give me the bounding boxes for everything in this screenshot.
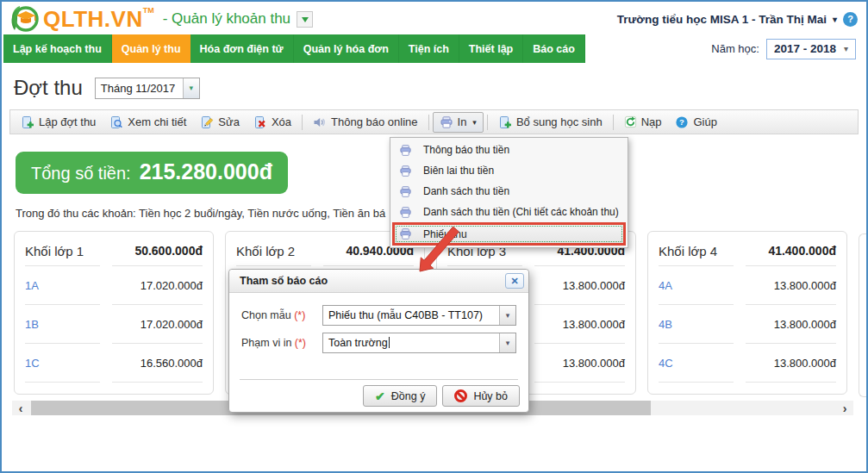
add-document-icon (498, 115, 512, 129)
tab-quan-ly-hoa-don[interactable]: Quản lý hóa đơn (294, 34, 399, 63)
class-link[interactable]: 4A (659, 265, 734, 304)
grade-name: Khối lớp 4 (659, 244, 717, 258)
close-icon[interactable]: ✕ (505, 273, 524, 289)
dialog-title: Tham số báo cáo (240, 275, 328, 287)
menu-item-thong-bao-thu-tien[interactable]: Thông báo thu tiền (392, 140, 626, 160)
chevron-down-icon: ▾ (844, 44, 848, 53)
tab-quan-ly-thu[interactable]: Quản lý thu (112, 34, 190, 63)
edit-button[interactable]: Sửa (193, 112, 247, 133)
toolbar-separator (487, 115, 488, 130)
toolbar-separator (613, 115, 614, 130)
scope-field-row: Phạm vi in (*) Toàn trường ▾ (241, 333, 516, 353)
scope-field-label: Phạm vi in (*) (241, 337, 322, 349)
module-switch-dropdown[interactable] (297, 11, 313, 28)
dialog-body: Chọn mẫu (*) Phiếu thu (mẫu C40BB - TT10… (229, 293, 528, 353)
reload-label: Nạp (641, 115, 662, 128)
grade-name: Khối lớp 1 (25, 244, 84, 258)
menu-item-phieu-thu[interactable]: Phiếu thu (392, 222, 626, 246)
menu-item-label: Danh sách thu tiền (423, 185, 509, 197)
check-icon: ✔ (375, 389, 385, 403)
top-header: QLTH.VNTM - Quản lý khoản thu Trường tiể… (2, 2, 866, 34)
cancel-button[interactable]: Hủy bỏ (442, 385, 520, 407)
menu-item-bien-lai-thu-tien[interactable]: Biên lai thu tiền (392, 160, 626, 181)
class-row: 4A 13.800.000đ (659, 265, 836, 304)
tab-hoa-don-dien-tu[interactable]: Hóa đơn điện tử (190, 34, 294, 63)
grade-name: Khối lớp 2 (236, 244, 295, 258)
view-detail-label: Xem chi tiết (128, 115, 186, 128)
chevron-down-icon (302, 17, 309, 26)
required-mark: (*) (294, 309, 305, 321)
menu-item-danh-sach-thu-tien[interactable]: Danh sách thu tiền (392, 181, 626, 202)
qlth-logo-icon (9, 3, 40, 34)
class-amount: 17.020.000đ (112, 304, 203, 343)
grade-total: 41.400.000đ (768, 244, 836, 258)
logo-text: QLTH.VN (43, 6, 143, 33)
period-select[interactable]: Tháng 11/2017 ▾ (95, 78, 200, 99)
label-text: Chọn mẫu (241, 309, 291, 321)
speaker-icon (313, 115, 327, 129)
add-document-icon (21, 115, 34, 129)
card-header: Khối lớp 4 41.400.000đ (659, 232, 836, 265)
class-amount: 13.800.000đ (534, 304, 625, 343)
print-dropdown-menu: Thông báo thu tiền Biên lai thu tiền Dan… (390, 137, 628, 248)
cancel-label: Hủy bỏ (473, 390, 508, 402)
print-scope-value[interactable]: Toàn trường (323, 337, 499, 349)
total-amount-banner: Tổng số tiền: 215.280.000đ (16, 152, 288, 194)
chevron-down-icon: ▾ (472, 118, 477, 127)
page-title: Đợt thu (14, 76, 83, 100)
class-link[interactable]: 4B (659, 304, 734, 343)
menu-item-label: Danh sách thu tiền (Chi tiết các khoản t… (423, 206, 619, 218)
class-link[interactable]: 4C (659, 343, 734, 382)
class-amount: 13.800.000đ (746, 343, 836, 382)
scroll-right-icon[interactable]: › (836, 401, 853, 415)
report-params-dialog: Tham số báo cáo ✕ Chọn mẫu (*) Phiếu thu… (228, 269, 529, 413)
tab-tien-ich[interactable]: Tiện ích (399, 34, 459, 63)
chevron-down-icon[interactable]: ▾ (183, 78, 199, 98)
print-button[interactable]: In ▾ (433, 112, 484, 133)
app-window: QLTH.VNTM - Quản lý khoản thu Trường tiể… (0, 0, 868, 473)
tab-bao-cao[interactable]: Báo cáo (523, 34, 585, 63)
delete-button[interactable]: Xóa (247, 112, 298, 133)
card-footer (25, 382, 203, 395)
help-icon[interactable]: ? (843, 12, 858, 27)
chevron-down-icon[interactable]: ▾ (499, 333, 515, 352)
tab-thiet-lap[interactable]: Thiết lập (459, 34, 523, 63)
tab-lap-ke-hoach-thu[interactable]: Lập kế hoạch thu (3, 34, 112, 63)
user-caret-icon[interactable]: ▾ (833, 15, 837, 24)
online-notify-button[interactable]: Thông báo online (306, 112, 424, 133)
create-batch-button[interactable]: Lập đợt thu (14, 112, 103, 133)
refresh-icon (624, 115, 637, 128)
dialog-footer-divider (240, 379, 518, 380)
class-link[interactable]: 1B (25, 304, 100, 343)
scroll-left-icon[interactable]: ‹ (12, 401, 29, 415)
menu-item-danh-sach-chi-tiet[interactable]: Danh sách thu tiền (Chi tiết các khoản t… (392, 202, 626, 222)
delete-label: Xóa (272, 115, 291, 128)
brand: QLTH.VNTM - Quản lý khoản thu (9, 3, 313, 34)
class-link[interactable]: 1C (25, 343, 100, 382)
ok-button[interactable]: ✔ Đồng ý (363, 385, 437, 407)
toolbar-separator (428, 115, 429, 130)
card-header: Khối lớp 2 40.940.000đ (236, 232, 414, 265)
edit-label: Sửa (218, 115, 240, 128)
dialog-titlebar[interactable]: Tham số báo cáo ✕ (229, 270, 528, 293)
menu-item-label: Phiếu thu (423, 228, 467, 240)
class-amount: 13.800.000đ (534, 265, 625, 304)
reload-button[interactable]: Nạp (617, 112, 669, 132)
grade-card-4: Khối lớp 4 41.400.000đ 4A 13.800.000đ 4B… (647, 231, 847, 395)
print-scope-combobox[interactable]: Toàn trường ▾ (322, 333, 516, 353)
cancel-icon (454, 389, 467, 402)
chevron-down-icon[interactable]: ▾ (499, 306, 515, 325)
required-mark: (*) (295, 337, 306, 349)
user-name[interactable]: Trường tiểu học MISA 1 - Trần Thị Mai (617, 13, 827, 26)
class-amount: 16.560.000đ (112, 343, 203, 382)
view-detail-button[interactable]: Xem chi tiết (103, 112, 193, 133)
school-year-select[interactable]: 2017 - 2018 ▾ (766, 39, 856, 59)
printer-icon (440, 115, 453, 129)
add-student-button[interactable]: Bổ sung học sinh (491, 112, 609, 133)
nav-tabs: Lập kế hoạch thu Quản lý thu Hóa đơn điệ… (3, 34, 585, 63)
class-amount: 17.020.000đ (112, 265, 203, 304)
help-button[interactable]: ? Giúp (668, 112, 723, 133)
template-select[interactable]: Phiếu thu (mẫu C40BB - TT107) ▾ (322, 305, 516, 326)
class-link[interactable]: 1A (25, 265, 100, 304)
printer-icon (399, 165, 412, 177)
